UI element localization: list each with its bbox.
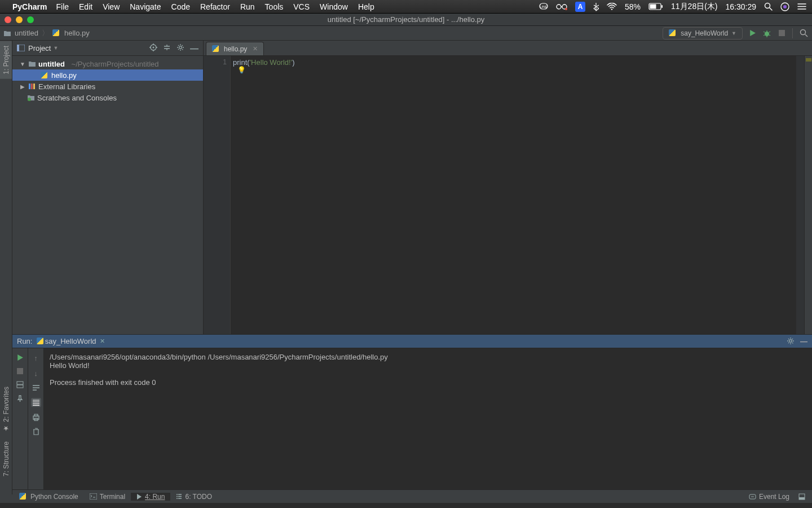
window-close-button[interactable] xyxy=(5,16,11,23)
svg-rect-27 xyxy=(17,385,23,388)
layout-icon[interactable] xyxy=(16,381,24,388)
bottom-run[interactable]: 4: Run xyxy=(131,493,170,501)
menu-run[interactable]: Run xyxy=(240,2,255,11)
battery-percent: 58% xyxy=(625,2,641,11)
line-app-icon[interactable]: LINE xyxy=(539,3,548,11)
stop-button[interactable] xyxy=(776,28,787,38)
error-stripe[interactable] xyxy=(804,56,812,334)
ide-status-icon[interactable] xyxy=(795,493,809,500)
spotlight-icon[interactable] xyxy=(764,2,773,11)
intention-bulb-icon[interactable]: 💡 xyxy=(237,66,246,74)
rail-structure[interactable]: 7: Structure xyxy=(0,437,12,481)
run-label: Run: xyxy=(17,337,32,345)
close-tab-icon[interactable]: ✕ xyxy=(253,45,258,52)
bottom-terminal[interactable]: Terminal xyxy=(84,493,131,501)
window-maximize-button[interactable] xyxy=(27,16,34,23)
window-titlebar: untitled [~/PycharmProjects/untitled] - … xyxy=(0,14,812,26)
divider xyxy=(792,28,793,38)
up-stack-icon[interactable]: ↑ xyxy=(34,354,38,362)
bottom-todo[interactable]: 6: TODO xyxy=(170,493,218,501)
menu-vcs[interactable]: VCS xyxy=(293,2,310,11)
tree-file-hello[interactable]: hello.py xyxy=(12,69,203,81)
run-config-label[interactable]: say_HelloWorld xyxy=(45,337,96,345)
editor-tab-hello[interactable]: hello.py ✕ xyxy=(206,42,264,55)
svg-rect-29 xyxy=(34,414,38,416)
menu-window[interactable]: Window xyxy=(320,2,348,11)
trash-icon[interactable] xyxy=(33,428,39,436)
main-area: ▼ untitled ~/PycharmProjects/untitled he… xyxy=(0,56,812,334)
project-tree[interactable]: ▼ untitled ~/PycharmProjects/untitled he… xyxy=(12,56,204,334)
breadcrumb-file[interactable]: hello.py xyxy=(64,29,90,37)
wifi-icon[interactable] xyxy=(607,3,617,10)
macos-menubar: PyCharm File Edit View Navigate Code Ref… xyxy=(0,0,812,14)
tree-external-libs[interactable]: ▶ External Libraries xyxy=(12,81,203,92)
toolbar-row: Project ▼ — hello.py ✕ xyxy=(0,41,812,56)
svg-point-18 xyxy=(153,46,155,48)
menu-file[interactable]: File xyxy=(56,2,69,11)
scroll-to-end-icon[interactable] xyxy=(31,398,41,407)
gear-icon[interactable] xyxy=(176,43,184,53)
menu-view[interactable]: View xyxy=(103,2,120,11)
collapse-all-icon[interactable] xyxy=(163,43,171,53)
code-fn: print xyxy=(233,58,247,67)
run-button[interactable] xyxy=(747,28,757,38)
svg-rect-34 xyxy=(799,497,805,500)
warning-marker[interactable] xyxy=(806,58,811,62)
tree-root[interactable]: ▼ untitled ~/PycharmProjects/untitled xyxy=(12,58,203,69)
editor-gutter: 1 xyxy=(204,56,231,334)
menu-edit[interactable]: Edit xyxy=(79,2,92,11)
console-output[interactable]: /Users/masanari9256/opt/anaconda3/bin/py… xyxy=(44,348,812,489)
menu-refactor[interactable]: Refactor xyxy=(200,2,230,11)
glasses-icon[interactable] xyxy=(556,3,567,10)
code-paren-close: ) xyxy=(292,58,294,67)
tree-scratches[interactable]: Scratches and Consoles xyxy=(12,92,203,103)
chevron-right-icon: 〉 xyxy=(42,28,49,38)
code-editor[interactable]: 1 💡 print('Hello World!') xyxy=(204,56,812,334)
close-run-tab-icon[interactable]: ✕ xyxy=(100,338,105,345)
bottom-event-log[interactable]: Event Log xyxy=(743,493,795,501)
bottom-python-console[interactable]: Python Console xyxy=(14,493,84,501)
print-icon[interactable] xyxy=(32,414,40,421)
control-center-icon[interactable] xyxy=(797,3,806,10)
menu-navigate[interactable]: Navigate xyxy=(130,2,161,11)
rail-project[interactable]: 1: Project xyxy=(0,41,12,79)
pin-icon[interactable] xyxy=(16,395,24,402)
tree-root-name: untitled xyxy=(38,60,65,68)
date-label[interactable]: 11月28日(木) xyxy=(671,2,717,12)
time-label[interactable]: 16:30:29 xyxy=(726,2,757,11)
debug-button[interactable] xyxy=(762,28,772,38)
rerun-button[interactable] xyxy=(16,354,24,361)
battery-icon[interactable] xyxy=(648,3,663,10)
input-source-icon[interactable]: A xyxy=(575,2,585,12)
gear-icon[interactable] xyxy=(787,337,795,345)
svg-rect-22 xyxy=(33,84,35,89)
folder-icon xyxy=(28,60,36,67)
soft-wrap-icon[interactable] xyxy=(32,384,40,391)
hide-panel-icon[interactable]: — xyxy=(800,337,807,345)
search-everywhere-button[interactable] xyxy=(798,28,809,38)
editor-content[interactable]: 💡 print('Hello World!') xyxy=(231,56,796,334)
locate-icon[interactable] xyxy=(149,43,157,53)
window-controls xyxy=(5,16,34,23)
down-stack-icon[interactable]: ↓ xyxy=(34,369,38,378)
run-config-selector[interactable]: say_HelloWorld ▼ xyxy=(663,27,743,40)
python-icon xyxy=(669,29,677,37)
siri-icon[interactable] xyxy=(780,2,789,11)
menu-code[interactable]: Code xyxy=(171,2,190,11)
left-tool-rail: 1: Project ★2: Favorites 7: Structure xyxy=(0,41,12,494)
breadcrumb: untitled 〉 hello.py xyxy=(3,28,90,38)
rail-favorites[interactable]: ★2: Favorites xyxy=(0,382,12,437)
project-panel-title[interactable]: Project ▼ xyxy=(28,44,58,52)
menu-tools[interactable]: Tools xyxy=(265,2,284,11)
app-name[interactable]: PyCharm xyxy=(12,2,47,11)
editor-right-gutter xyxy=(796,56,804,334)
menu-help[interactable]: Help xyxy=(358,2,374,11)
window-minimize-button[interactable] xyxy=(16,16,23,23)
breadcrumb-root[interactable]: untitled xyxy=(15,29,38,37)
tree-root-path: ~/PycharmProjects/untitled xyxy=(72,60,159,68)
hide-panel-icon[interactable]: — xyxy=(190,43,198,53)
python-file-icon xyxy=(52,29,61,37)
stop-button[interactable] xyxy=(17,368,23,374)
bluetooth-icon[interactable] xyxy=(593,2,599,11)
svg-point-5 xyxy=(611,8,612,10)
